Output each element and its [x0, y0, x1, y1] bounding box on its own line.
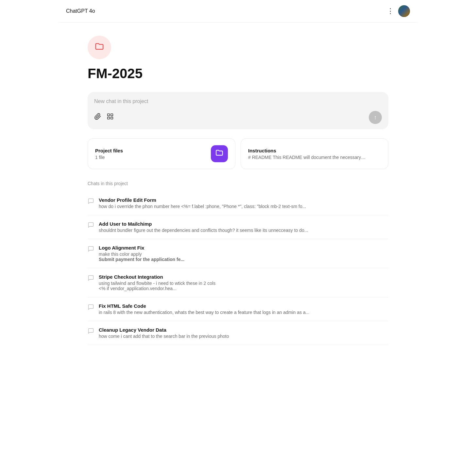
- chat-title: Fix HTML Safe Code: [99, 303, 309, 309]
- chat-item[interactable]: Cleanup Legacy Vendor Data how come i ca…: [88, 321, 388, 345]
- chat-item[interactable]: Fix HTML Safe Code in rails 8 with the n…: [88, 297, 388, 321]
- chats-section-title: Chats in this project: [88, 181, 388, 186]
- chat-input-placeholder: New chat in this project: [94, 98, 382, 104]
- chat-input-toolbar: ↑: [94, 111, 382, 124]
- instructions-title: Instructions: [248, 148, 366, 153]
- svg-rect-2: [108, 117, 110, 119]
- cards-row: Project files 1 file Instructions # READ…: [88, 138, 388, 169]
- chat-text: Cleanup Legacy Vendor Data how come i ca…: [99, 327, 229, 339]
- header-title: ChatGPT 4o: [66, 8, 95, 14]
- project-files-icon: [211, 145, 228, 162]
- chat-bubble-icon: [88, 198, 94, 206]
- chat-input-box[interactable]: New chat in this project: [88, 92, 388, 129]
- instructions-card[interactable]: Instructions # README This README will d…: [241, 138, 388, 169]
- chat-text: Fix HTML Safe Code in rails 8 with the n…: [99, 303, 309, 315]
- project-files-card[interactable]: Project files 1 file: [88, 138, 235, 169]
- chat-bubble-icon: [88, 246, 94, 254]
- instructions-subtitle: # README This README will document the n…: [248, 155, 366, 160]
- project-icon-wrapper: [88, 36, 111, 59]
- chat-preview: make this color apply Submit payment for…: [99, 252, 184, 262]
- project-files-title: Project files: [95, 148, 123, 153]
- chat-list: Vendor Profile Edit Form how do i overri…: [88, 191, 388, 345]
- chat-bubble-icon: [88, 304, 94, 312]
- avatar[interactable]: [398, 5, 410, 17]
- instructions-card-content: Instructions # README This README will d…: [248, 148, 366, 160]
- chat-title: Add User to Mailchimp: [99, 221, 308, 227]
- project-files-subtitle: 1 file: [95, 155, 123, 160]
- project-files-card-content: Project files 1 file: [95, 148, 123, 160]
- chat-text: Add User to Mailchimp shouldnt bundler f…: [99, 221, 308, 233]
- svg-rect-0: [108, 114, 110, 116]
- chat-title: Logo Alignment Fix: [99, 245, 184, 251]
- chat-bubble-icon: [88, 222, 94, 230]
- svg-rect-3: [111, 117, 113, 119]
- chat-preview: using tailwind and flowbite - i need to …: [99, 281, 215, 291]
- canvas-icon[interactable]: [107, 113, 114, 122]
- main-content: FM-2025 New chat in this project: [75, 23, 401, 365]
- chat-text: Vendor Profile Edit Form how do i overri…: [99, 197, 306, 209]
- chat-preview: shouldnt bundler figure out the dependen…: [99, 228, 308, 233]
- svg-rect-1: [111, 114, 113, 116]
- chat-text: Stripe Checkout Integration using tailwi…: [99, 274, 215, 291]
- chat-item[interactable]: Add User to Mailchimp shouldnt bundler f…: [88, 215, 388, 239]
- avatar-image: [398, 5, 410, 17]
- chat-title: Stripe Checkout Integration: [99, 274, 215, 280]
- chat-bubble-icon: [88, 275, 94, 283]
- attachment-icon[interactable]: [94, 113, 101, 122]
- chat-text: Logo Alignment Fix make this color apply…: [99, 245, 184, 262]
- header-right: ⋮: [387, 5, 410, 17]
- chat-input-icons: [94, 113, 114, 122]
- folder-icon: [215, 148, 224, 159]
- chat-title: Cleanup Legacy Vendor Data: [99, 327, 229, 333]
- send-button[interactable]: ↑: [369, 111, 382, 124]
- chat-title: Vendor Profile Edit Form: [99, 197, 306, 203]
- chat-bubble-icon: [88, 328, 94, 336]
- chat-preview: in rails 8 with the new authentication, …: [99, 310, 309, 315]
- more-options-icon[interactable]: ⋮: [387, 7, 394, 15]
- header: ChatGPT 4o ⋮: [58, 0, 418, 23]
- project-title: FM-2025: [88, 66, 388, 81]
- chat-item[interactable]: Logo Alignment Fix make this color apply…: [88, 239, 388, 268]
- chat-item[interactable]: Stripe Checkout Integration using tailwi…: [88, 268, 388, 297]
- chat-preview: how come i cant add that to the search b…: [99, 334, 229, 339]
- chat-preview: how do i override the phon number here <…: [99, 204, 306, 209]
- send-arrow-icon: ↑: [374, 114, 377, 120]
- project-folder-icon: [94, 42, 104, 54]
- chat-item[interactable]: Vendor Profile Edit Form how do i overri…: [88, 191, 388, 215]
